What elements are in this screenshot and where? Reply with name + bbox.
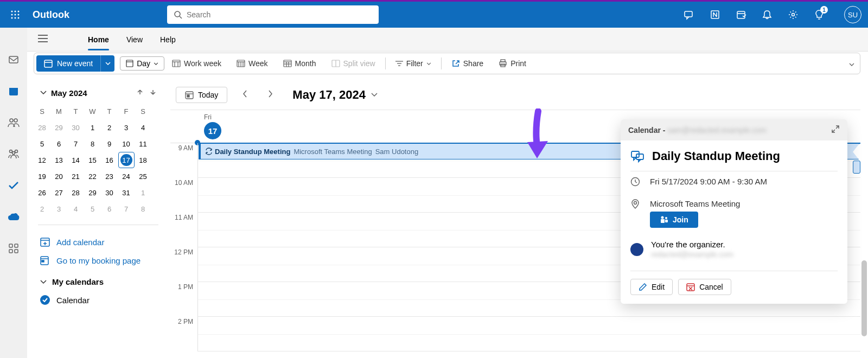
tab-help[interactable]: Help	[160, 29, 176, 50]
mini-calendar-day[interactable]: 21	[67, 168, 84, 184]
my-day-icon[interactable]	[736, 9, 746, 20]
month-picker[interactable]: May 2024	[40, 88, 87, 98]
mini-calendar-day[interactable]: 22	[84, 168, 101, 184]
mini-calendar-day[interactable]: 30	[101, 184, 118, 201]
mini-calendar-day[interactable]: 2	[101, 119, 118, 136]
month-button[interactable]: Month	[276, 59, 324, 68]
print-button[interactable]: Print	[491, 59, 534, 68]
mini-calendar-day[interactable]: 4	[135, 119, 151, 136]
mini-calendar-day[interactable]: 9	[101, 136, 118, 152]
today-button[interactable]: Today	[176, 87, 227, 103]
mini-calendar-day[interactable]: 20	[50, 168, 67, 184]
next-day-button[interactable]	[263, 88, 278, 102]
mini-calendar-day[interactable]: 17	[118, 152, 135, 168]
calendar-item[interactable]: Calendar	[34, 291, 163, 309]
mini-calendar-day[interactable]: 18	[135, 152, 151, 168]
settings-icon[interactable]	[788, 9, 799, 20]
week-button[interactable]: Week	[229, 59, 276, 68]
mini-calendar-day[interactable]: 15	[84, 152, 101, 168]
brand-title: Outlook	[33, 9, 69, 21]
join-button[interactable]: Join	[650, 212, 698, 228]
tab-view[interactable]: View	[126, 29, 143, 50]
people-rail-icon[interactable]	[8, 117, 20, 129]
mini-calendar-day[interactable]: 10	[118, 136, 135, 152]
mini-calendar-day[interactable]: 3	[118, 119, 135, 136]
tab-bar: Home View Help	[0, 28, 868, 52]
mini-calendar-day[interactable]: 28	[67, 184, 84, 201]
weekday-header: S	[34, 103, 50, 119]
mini-calendar-day[interactable]: 13	[50, 152, 67, 168]
mini-calendar-day[interactable]: 7	[67, 136, 84, 152]
new-event-dropdown[interactable]	[100, 55, 114, 72]
more-apps-rail-icon[interactable]	[8, 242, 20, 254]
mini-calendar-day[interactable]: 1	[135, 184, 151, 201]
next-month-icon[interactable]	[150, 88, 156, 98]
mini-calendar-day[interactable]: 6	[101, 201, 118, 217]
tab-home[interactable]: Home	[88, 29, 109, 50]
toolbar-overflow-icon[interactable]	[846, 59, 858, 68]
svg-point-19	[14, 119, 17, 122]
mini-calendar-day[interactable]: 4	[67, 201, 84, 217]
app-launcher-icon[interactable]	[7, 6, 24, 23]
mini-calendar-day[interactable]: 19	[34, 168, 50, 184]
mini-calendar-day[interactable]: 31	[118, 184, 135, 201]
mini-calendar-day[interactable]: 7	[118, 201, 135, 217]
expand-icon[interactable]	[831, 125, 840, 135]
cancel-button[interactable]: Cancel	[678, 279, 731, 295]
view-day-button[interactable]: Day	[120, 56, 164, 71]
mini-calendar-day[interactable]: 26	[34, 184, 50, 201]
filter-button[interactable]: Filter	[388, 59, 439, 68]
date-title[interactable]: May 17, 2024	[292, 88, 378, 102]
event-continuation-strip[interactable]	[853, 161, 860, 174]
hour-cell[interactable]	[197, 317, 860, 351]
mini-calendar-day[interactable]: 29	[84, 184, 101, 201]
groups-rail-icon[interactable]	[8, 148, 20, 160]
mini-calendar-day[interactable]: 6	[50, 136, 67, 152]
mini-calendar-day[interactable]: 24	[118, 168, 135, 184]
mini-calendar-day[interactable]: 11	[135, 136, 151, 152]
mini-calendar-day[interactable]: 8	[84, 136, 101, 152]
edit-button[interactable]: Edit	[630, 279, 673, 295]
onedrive-rail-icon[interactable]	[8, 211, 20, 223]
search-input[interactable]	[187, 10, 372, 19]
mini-calendar-day[interactable]: 1	[84, 119, 101, 136]
mini-calendar-day[interactable]: 27	[50, 184, 67, 201]
hour-label: 2 PM	[170, 317, 197, 351]
mini-calendar-day[interactable]: 5	[84, 201, 101, 217]
share-button[interactable]: Share	[444, 59, 491, 68]
mini-calendar-day[interactable]: 25	[135, 168, 151, 184]
mini-calendar-day[interactable]: 2	[34, 201, 50, 217]
mini-calendar-day[interactable]: 23	[101, 168, 118, 184]
tips-icon[interactable]: 1	[814, 9, 825, 20]
mini-calendar-day[interactable]: 3	[50, 201, 67, 217]
mini-calendar-day[interactable]: 12	[34, 152, 50, 168]
notifications-icon[interactable]	[762, 9, 773, 20]
calendar-rail-icon[interactable]	[8, 85, 20, 97]
mini-calendar-day[interactable]: 29	[50, 119, 67, 136]
split-view-icon	[331, 60, 340, 67]
mail-rail-icon[interactable]	[8, 54, 20, 66]
mini-calendar-day[interactable]: 30	[67, 119, 84, 136]
split-view-button[interactable]: Split view	[324, 59, 383, 68]
scrollbar-thumb[interactable]	[861, 260, 867, 336]
mini-calendar-day[interactable]: 8	[135, 201, 151, 217]
account-avatar[interactable]: SU	[844, 6, 861, 23]
prev-month-icon[interactable]	[137, 88, 143, 98]
onenote-icon[interactable]	[710, 9, 720, 20]
booking-page-link[interactable]: Go to my booking page	[34, 251, 163, 270]
todo-rail-icon[interactable]	[8, 180, 20, 191]
mini-calendar-day[interactable]: 5	[34, 136, 50, 152]
mini-calendar-day[interactable]: 16	[101, 152, 118, 168]
work-week-button[interactable]: Work week	[164, 59, 229, 68]
calendar-checkbox-icon[interactable]	[40, 295, 50, 305]
mini-calendar-day[interactable]: 14	[67, 152, 84, 168]
prev-day-button[interactable]	[237, 88, 253, 102]
teams-chat-icon[interactable]	[684, 9, 694, 20]
mini-calendar-day[interactable]: 28	[34, 119, 50, 136]
svg-rect-74	[687, 284, 694, 291]
my-calendars-section[interactable]: My calendars	[34, 270, 163, 291]
search-box[interactable]	[167, 5, 379, 24]
new-event-button[interactable]: New event	[36, 55, 100, 72]
hamburger-icon[interactable]	[38, 35, 48, 44]
add-calendar-link[interactable]: Add calendar	[34, 233, 163, 251]
